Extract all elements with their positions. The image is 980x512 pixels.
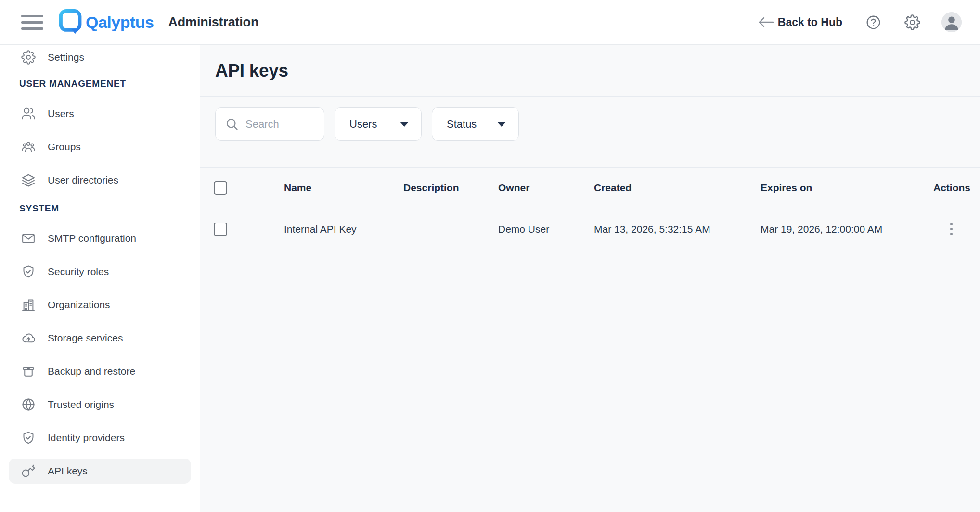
- sidebar-item-identity-providers[interactable]: Identity providers: [9, 425, 191, 450]
- arrow-left-icon: [758, 16, 774, 28]
- sidebar-item-backup-and-restore[interactable]: Backup and restore: [9, 359, 191, 384]
- page-title: API keys: [215, 61, 288, 81]
- column-header-created: Created: [594, 182, 761, 194]
- sidebar-item-storage-services[interactable]: Storage services: [9, 326, 191, 351]
- layers-icon: [21, 173, 36, 187]
- menu-icon[interactable]: [21, 13, 43, 31]
- chevron-down-icon: [400, 122, 409, 127]
- page-header: API keys: [200, 45, 980, 97]
- building-icon: [21, 298, 36, 312]
- question-icon: [865, 14, 881, 30]
- cell-expires: Mar 19, 2026, 12:00:00 AM: [761, 223, 926, 235]
- search-box: [215, 107, 324, 141]
- settings-gear-button[interactable]: [904, 14, 920, 30]
- cell-created: Mar 13, 2026, 5:32:15 AM: [594, 223, 761, 235]
- chevron-down-icon: [497, 122, 506, 127]
- sidebar-section-user-management: USER MANAGEMENET: [0, 79, 200, 88]
- key-icon: [21, 464, 36, 478]
- gear-icon: [21, 50, 36, 65]
- search-input[interactable]: [245, 118, 315, 131]
- brand-logo: Qalyptus: [58, 8, 154, 37]
- back-to-hub-button[interactable]: Back to Hub: [758, 16, 842, 29]
- sidebar: Settings USER MANAGEMENET Users Groups: [0, 45, 200, 512]
- filter-bar: Users Status: [200, 97, 980, 151]
- globe-icon: [21, 397, 36, 412]
- app-window: Qalyptus Administration Back to Hub: [0, 0, 980, 512]
- users-icon: [21, 106, 36, 121]
- top-header: Qalyptus Administration Back to Hub: [0, 0, 980, 45]
- status-filter-dropdown[interactable]: Status: [432, 107, 519, 141]
- column-header-owner: Owner: [498, 182, 594, 194]
- user-avatar[interactable]: [941, 12, 962, 32]
- sidebar-item-label: Settings: [48, 52, 84, 63]
- column-header-description: Description: [403, 182, 498, 194]
- archive-box-icon: [21, 364, 36, 379]
- column-header-actions: Actions: [932, 182, 970, 194]
- sidebar-item-label: Storage services: [48, 332, 123, 344]
- page-app-title: Administration: [168, 15, 258, 30]
- sidebar-item-label: SMTP configuration: [48, 233, 136, 244]
- table-row: Internal API Key Demo User Mar 13, 2026,…: [200, 208, 980, 250]
- sidebar-item-label: Trusted origins: [48, 399, 114, 410]
- column-header-expires: Expires on: [761, 182, 926, 194]
- sidebar-item-label: API keys: [48, 465, 88, 477]
- api-keys-table: Name Description Owner Created Expires o…: [200, 167, 980, 250]
- users-filter-label: Users: [349, 118, 377, 131]
- cell-name: Internal API Key: [284, 223, 403, 235]
- gear-icon: [904, 14, 920, 30]
- sidebar-section-system: SYSTEM: [0, 203, 200, 213]
- sidebar-item-label: Organizations: [48, 299, 110, 311]
- back-to-hub-label: Back to Hub: [778, 16, 842, 29]
- sidebar-item-users[interactable]: Users: [9, 101, 191, 126]
- sidebar-item-label: Groups: [48, 141, 81, 153]
- sidebar-item-trusted-origins[interactable]: Trusted origins: [9, 392, 191, 417]
- sidebar-item-label: Security roles: [48, 266, 109, 277]
- cloud-upload-icon: [21, 331, 36, 345]
- sidebar-item-security-roles[interactable]: Security roles: [9, 259, 191, 284]
- status-filter-label: Status: [447, 118, 477, 131]
- search-icon: [225, 118, 239, 131]
- row-actions-kebab-menu[interactable]: [947, 220, 955, 238]
- sidebar-item-label: Identity providers: [48, 432, 125, 444]
- qalyptus-logo-icon: [58, 8, 83, 37]
- person-icon: [941, 12, 962, 32]
- cell-owner: Demo User: [498, 223, 594, 235]
- sidebar-item-api-keys[interactable]: API keys: [9, 459, 191, 484]
- sidebar-item-label: User directories: [48, 174, 118, 186]
- shield-check-icon: [21, 264, 36, 279]
- shield-check-icon: [21, 431, 36, 445]
- row-checkbox[interactable]: [214, 223, 227, 236]
- users-filter-dropdown[interactable]: Users: [335, 107, 422, 141]
- envelope-icon: [21, 231, 36, 246]
- table-header-row: Name Description Owner Created Expires o…: [200, 167, 980, 208]
- sidebar-item-settings[interactable]: Settings: [9, 45, 191, 70]
- select-all-checkbox[interactable]: [214, 181, 227, 195]
- sidebar-item-user-directories[interactable]: User directories: [9, 168, 191, 193]
- sidebar-item-groups[interactable]: Groups: [9, 134, 191, 159]
- sidebar-item-organizations[interactable]: Organizations: [9, 292, 191, 317]
- groups-icon: [21, 140, 36, 154]
- sidebar-item-smtp-configuration[interactable]: SMTP configuration: [9, 226, 191, 251]
- help-button[interactable]: [865, 14, 881, 30]
- brand-name: Qalyptus: [86, 13, 154, 32]
- column-header-name: Name: [284, 182, 403, 194]
- sidebar-item-label: Users: [48, 108, 74, 119]
- main-content: API keys Users Status: [200, 45, 980, 512]
- sidebar-item-label: Backup and restore: [48, 366, 135, 377]
